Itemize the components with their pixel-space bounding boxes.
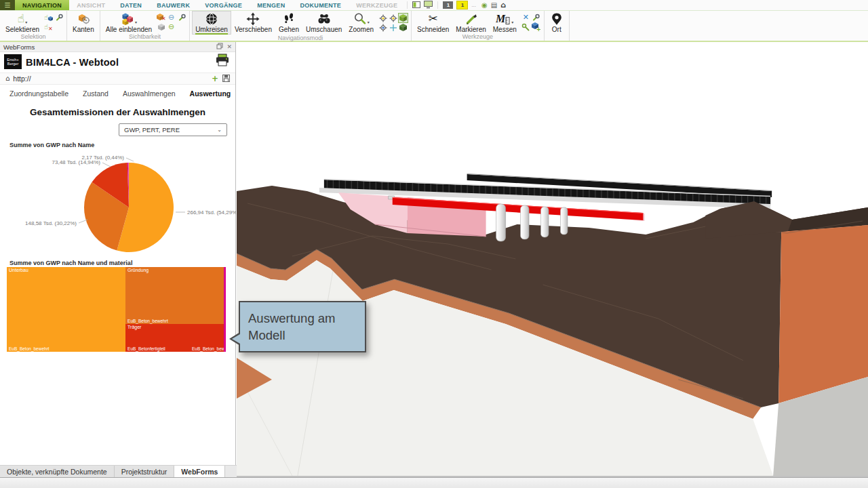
document-icon[interactable]: ▤ (491, 2, 497, 9)
treemap-block-material: EuB_Beton_bewehrt (192, 346, 224, 351)
webform-tab-auswahlmengen[interactable]: Auswahlmengen (123, 89, 176, 98)
toolbar-group-selektion: ☝▾Selektieren☝☝✕Selektion (0, 11, 67, 41)
treemap-block[interactable] (224, 267, 226, 352)
cube-dark-icon[interactable] (399, 23, 408, 32)
treemap-block-material: EuB_Beton_bewehrt (127, 319, 168, 323)
divider (437, 1, 438, 9)
toolbar-group-label: Sichtbarkeit (102, 33, 187, 41)
verschieben-button[interactable]: Verschieben (231, 11, 275, 35)
menu-tab-mengen[interactable]: MENGEN (250, 0, 292, 10)
wrench-icon[interactable] (532, 14, 540, 22)
monitor-icon[interactable] (424, 1, 433, 10)
dropdown-caret-icon[interactable]: ▾ (25, 20, 27, 24)
bottom-tab-projektstruktur[interactable]: Projektstruktur (115, 466, 175, 477)
save-icon[interactable] (222, 75, 230, 83)
selektieren-button[interactable]: ☝▾Selektieren (2, 11, 43, 33)
webform-tab-auswertung[interactable]: Auswertung (190, 89, 231, 98)
chevron-down-icon: ⌄ (217, 127, 222, 133)
messen-button[interactable]: M▾Messen (490, 11, 520, 33)
bottom-tab-webforms[interactable]: WebForms (174, 466, 225, 477)
alle einblenden-button[interactable]: ▾Alle einblenden (102, 11, 155, 33)
webform-tab-zustand[interactable]: Zustand (83, 89, 108, 98)
minus-circle2-icon[interactable]: ⊖ (168, 23, 174, 30)
schneiden-button[interactable]: ✂Schneiden (414, 11, 452, 33)
crosshair-b-icon[interactable] (389, 14, 397, 22)
pie-chart-title: Summe von GWP nach Name (9, 142, 94, 148)
treemap-chart[interactable]: UnterbauEuB_Beton_bewehrtGründungEuB_Bet… (7, 267, 226, 352)
float-panel-icon[interactable] (216, 43, 223, 51)
menu-tab-bauwerk[interactable]: BAUWERK (149, 0, 197, 10)
crosshair-c-icon[interactable] (379, 24, 387, 32)
panel-title: WebForms (3, 43, 35, 51)
treemap-block-gründung[interactable]: GründungEuB_Beton_bewehrt (125, 267, 224, 324)
hand-cube-icon[interactable]: ☝ (44, 13, 53, 22)
print-icon[interactable] (215, 54, 230, 69)
move-small-icon[interactable] (389, 24, 397, 32)
key-icon[interactable] (521, 23, 530, 31)
view-badge[interactable]: 1 (443, 1, 453, 9)
treemap-block-name: Gründung (127, 268, 149, 272)
view-badge[interactable]: ... (471, 2, 476, 8)
panel-title-bar[interactable]: WebForms ✕ (0, 42, 235, 52)
toolbar-group-sichtbarkeit: ▾Alle einblenden✕⊖⊖Sichtbarkeit (100, 11, 190, 41)
home-icon[interactable]: ⌂ (500, 1, 506, 9)
footsteps-icon (282, 12, 296, 26)
webform-tab-zuordnungstabelle[interactable]: Zuordnungstabelle (9, 89, 68, 98)
view-badge[interactable]: 1 (456, 1, 468, 9)
url-bar[interactable]: ⌂ http:// + (0, 73, 235, 85)
cube-x-icon[interactable]: ✕ (157, 13, 165, 22)
pin-icon (550, 12, 564, 26)
window-layout-icon[interactable] (412, 1, 420, 9)
3d-viewport[interactable] (237, 42, 868, 477)
measure-icon: M (496, 12, 511, 26)
record-icon[interactable]: ◉ (481, 2, 488, 9)
wrench-icon[interactable] (178, 14, 186, 22)
dropdown-caret-icon[interactable]: ▾ (511, 20, 513, 24)
crosshair-a-icon[interactable] (379, 14, 387, 22)
wrench-icon[interactable] (55, 14, 63, 22)
cube-gray-icon[interactable] (157, 23, 165, 31)
cube-active-icon[interactable] (399, 14, 408, 22)
toolbar-group-label: Navigationsmodi (192, 35, 409, 42)
webforms-panel: WebForms ✕ Emch+Berger BIM4LCA - Webtool… (0, 42, 236, 465)
toolbar-group: Kanten (67, 11, 100, 41)
dropdown-value: GWP, PERT, PERE (124, 126, 180, 134)
close-panel-icon[interactable]: ✕ (226, 44, 232, 50)
svg-text:M: M (496, 13, 506, 24)
report-heading: Gesamtemissionen der Auswahlmengen (0, 107, 235, 117)
menu-tab-werkzeuge[interactable]: WERKZEUGE (349, 0, 405, 10)
pie-data-label: 2,17 Tsd. (0,44%) (81, 155, 124, 161)
gehen-button[interactable]: Gehen (275, 11, 302, 35)
zoomen-button[interactable]: ▾Zoomen (345, 11, 377, 35)
ort-button[interactable]: Ort (547, 11, 567, 33)
dropdown-caret-icon[interactable]: ▾ (368, 20, 370, 24)
menu-tab-navigation[interactable]: NAVIGATION (15, 0, 69, 10)
menu-tab-vorgänge[interactable]: VORGÄNGE (197, 0, 250, 10)
hand-pointer-icon: ☝ (18, 13, 24, 24)
treemap-block[interactable]: EuB_Beton_bewehrt (190, 324, 224, 352)
application-window: ☰ NAVIGATIONANSICHTDATENBAUWERKVORGÄNGEM… (0, 0, 868, 488)
x-blue-icon[interactable]: ✕ (523, 14, 529, 21)
indicator-dropdown[interactable]: GWP, PERT, PERE ⌄ (119, 123, 227, 136)
kanten-button[interactable]: Kanten (69, 11, 98, 33)
bottom-tab-objekte-verkn-pfte-dokumente[interactable]: Objekte, verknüpfte Dokumente (0, 466, 115, 477)
umschauen-button[interactable]: Umschauen (302, 11, 345, 35)
url-text[interactable]: http:// (13, 75, 31, 83)
globe-icon (205, 12, 218, 26)
toolbar-group-navigationsmodi: UmkreisenVerschiebenGehenUmschauen▾Zoome… (190, 11, 412, 41)
minus-circle-icon[interactable]: ⊖ (168, 14, 174, 21)
umkreisen-button[interactable]: Umkreisen (192, 11, 231, 35)
hand-x-icon[interactable]: ☝✕ (44, 22, 53, 31)
add-icon[interactable]: + (212, 75, 218, 83)
menu-icon[interactable]: ☰ (0, 0, 15, 10)
treemap-block-träger[interactable]: TrägerEuB_Betonfertigteil (125, 324, 190, 352)
dropdown-caret-icon[interactable]: ▾ (135, 20, 137, 24)
menu-tab-ansicht[interactable]: ANSICHT (69, 0, 113, 10)
menu-tab-dokumente[interactable]: DOKUMENTE (292, 0, 349, 10)
menu-tab-daten[interactable]: DATEN (113, 0, 149, 10)
markieren-button[interactable]: Markieren (452, 11, 489, 33)
bottom-tab-bar: Objekte, verknüpfte DokumenteProjektstru… (0, 465, 237, 477)
cube-plus-icon[interactable]: + (532, 22, 540, 31)
pie-chart[interactable]: 266,94 Tsd. (54,29%)148,58 Tsd. (30,22%)… (0, 149, 236, 263)
treemap-block-unterbau[interactable]: UnterbauEuB_Beton_bewehrt (7, 267, 125, 352)
